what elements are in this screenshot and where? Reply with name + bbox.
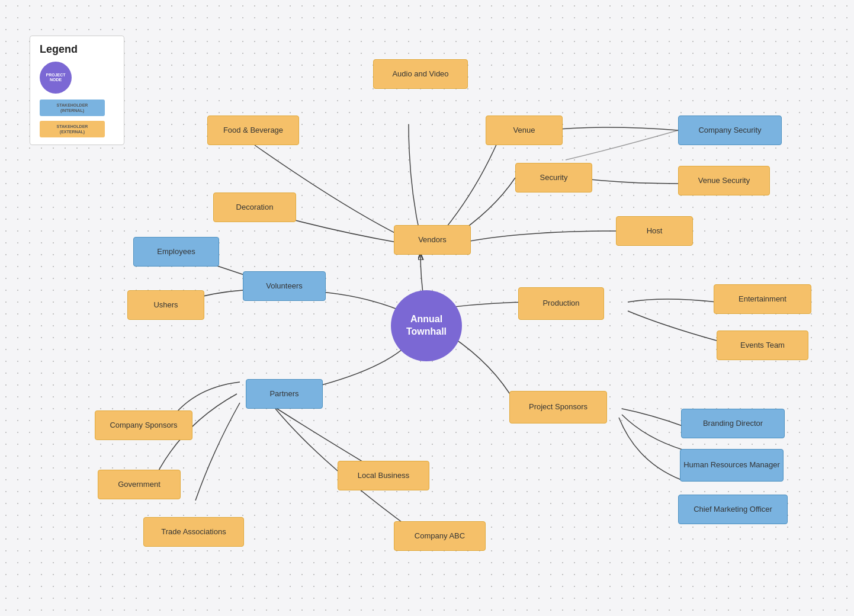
- legend-internal: STAKEHOLDER (INTERNAL): [40, 100, 105, 116]
- node-events-team[interactable]: Events Team: [717, 331, 808, 360]
- node-hr-manager[interactable]: Human Resources Manager: [680, 449, 784, 482]
- node-security[interactable]: Security: [515, 163, 592, 192]
- node-vendors[interactable]: Vendors: [394, 225, 471, 255]
- node-company-abc[interactable]: Company ABC: [394, 521, 486, 551]
- node-decoration[interactable]: Decoration: [213, 192, 296, 222]
- node-company-sponsors[interactable]: Company Sponsors: [95, 410, 192, 440]
- node-venue-security[interactable]: Venue Security: [678, 166, 770, 195]
- node-audio-video[interactable]: Audio and Video: [373, 59, 468, 89]
- node-project-sponsors[interactable]: Project Sponsors: [509, 391, 607, 424]
- center-node: Annual Townhall: [391, 290, 462, 361]
- legend-title: Legend: [40, 43, 114, 56]
- node-employees[interactable]: Employees: [133, 237, 219, 267]
- legend-panel: Legend PROJECT NODE STAKEHOLDER (INTERNA…: [30, 36, 124, 145]
- node-trade-associations[interactable]: Trade Associations: [143, 517, 244, 547]
- legend-circle: PROJECT NODE: [40, 62, 72, 94]
- node-company-security[interactable]: Company Security: [678, 116, 782, 145]
- node-host[interactable]: Host: [616, 216, 693, 246]
- node-local-business[interactable]: Local Business: [338, 461, 429, 490]
- node-volunteers[interactable]: Volunteers: [243, 271, 326, 301]
- node-ushers[interactable]: Ushers: [127, 290, 204, 320]
- node-branding-director[interactable]: Branding Director: [681, 409, 785, 438]
- node-food-beverage[interactable]: Food & Beverage: [207, 116, 299, 145]
- node-venue[interactable]: Venue: [486, 116, 563, 145]
- node-partners[interactable]: Partners: [246, 379, 323, 409]
- node-entertainment[interactable]: Entertainment: [714, 284, 811, 314]
- node-government[interactable]: Government: [98, 470, 181, 499]
- legend-external: STAKEHOLDER (EXTERNAL): [40, 121, 105, 137]
- node-cmo[interactable]: Chief Marketing Officer: [678, 495, 788, 524]
- node-production[interactable]: Production: [518, 287, 604, 320]
